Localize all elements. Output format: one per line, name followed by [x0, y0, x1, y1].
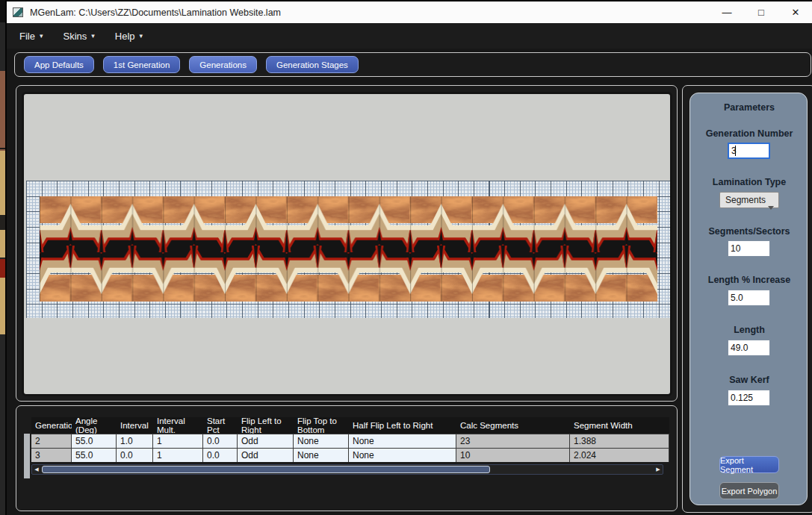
table-row[interactable]: 3 55.0 0.0 1 0.0 Odd None None 10 2.024	[31, 448, 669, 462]
lamination-type-value: Segments	[725, 195, 766, 205]
length-input[interactable]	[728, 340, 770, 356]
chevron-down-icon: ▾	[40, 32, 43, 40]
chevron-down-icon: ▾	[91, 32, 95, 40]
text-caret	[735, 146, 736, 156]
window-title: MGenLam: C:\Users\ZZ\Documents\Laminatio…	[30, 7, 281, 18]
cell-half-flip-lr[interactable]: None	[349, 448, 456, 462]
menu-help[interactable]: Help ▾	[115, 31, 143, 42]
col-generation[interactable]: Generation	[31, 417, 72, 434]
scroll-left-icon[interactable]: ◀	[32, 466, 41, 472]
cell-generation[interactable]: 2	[31, 434, 72, 448]
cell-segment-width[interactable]: 2.024	[570, 448, 669, 462]
close-icon[interactable]: ✕	[784, 3, 808, 22]
col-calc-segments[interactable]: Calc Segments	[456, 417, 570, 434]
lamination-type-select[interactable]: Segments	[719, 192, 779, 208]
saw-kerf-input[interactable]	[728, 390, 770, 406]
bg-red-band	[0, 259, 5, 278]
cell-segment-width[interactable]: 1.388	[570, 434, 669, 448]
menu-help-label: Help	[115, 31, 135, 42]
bg-dark-mark	[0, 215, 5, 230]
minimize-icon[interactable]: —	[715, 3, 739, 22]
cell-interval-mult[interactable]: 1	[153, 448, 203, 462]
col-angle[interactable]: Angle (Deg)	[72, 417, 117, 434]
first-generation-button[interactable]: 1st Generation	[103, 56, 180, 73]
table-row[interactable]: 2 55.0 1.0 1 0.0 Odd None None 23 1.388	[31, 434, 669, 448]
segments-sectors-label: Segments/Sectors	[690, 226, 808, 237]
cell-angle[interactable]: 55.0	[72, 434, 117, 448]
col-start-pct[interactable]: Start Pct	[203, 417, 238, 434]
col-flip-lr[interactable]: Flip Left to Right	[238, 417, 294, 434]
maximize-icon[interactable]: □	[749, 3, 773, 22]
length-pct-increase-input[interactable]	[728, 290, 770, 306]
menu-bar: File ▾ Skins ▾ Help ▾	[7, 23, 812, 49]
app-window: MGenLam: C:\Users\ZZ\Documents\Laminatio…	[5, 0, 812, 515]
col-flip-tb[interactable]: Flip Top to Bottom	[294, 417, 349, 434]
generation-number-input[interactable]	[728, 143, 770, 159]
cell-start-pct[interactable]: 0.0	[203, 434, 238, 448]
parameters-panel: Parameters Generation Number Lamination …	[689, 93, 808, 505]
cell-flip-tb[interactable]: None	[294, 448, 349, 462]
menu-file-label: File	[19, 31, 35, 42]
export-segment-button[interactable]: Export Segment	[719, 456, 779, 473]
export-polygon-button[interactable]: Export Polygon	[719, 482, 779, 499]
dropdown-chevron-icon	[768, 206, 774, 210]
toolbar: App Defaults 1st Generation Generations …	[14, 52, 811, 77]
generations-table: Generation Angle (Deg) Interval Interval…	[24, 417, 669, 462]
lamination-preview-canvas[interactable]	[22, 92, 672, 396]
cell-generation[interactable]: 3	[31, 448, 72, 462]
length-label: Length	[690, 325, 808, 335]
cell-start-pct[interactable]: 0.0	[203, 448, 238, 462]
generation-number-label: Generation Number	[690, 128, 808, 139]
col-half-flip-lr[interactable]: Half Flip Left to Right	[349, 417, 456, 434]
background-window-sliver	[0, 22, 5, 515]
col-interval[interactable]: Interval	[117, 417, 153, 434]
generation-stages-button[interactable]: Generation Stages	[266, 56, 359, 73]
segments-sectors-input[interactable]	[728, 240, 770, 257]
generations-table-panel: Generation Angle (Deg) Interval Interval…	[16, 405, 678, 511]
horizontal-scrollbar[interactable]: ◀ ▶	[31, 464, 663, 475]
table-header-row: Generation Angle (Deg) Interval Interval…	[31, 417, 669, 434]
cell-angle[interactable]: 55.0	[72, 448, 117, 462]
scroll-right-icon[interactable]: ▶	[654, 466, 663, 472]
panel-title: Parameters	[690, 102, 808, 113]
cell-flip-lr[interactable]: Odd	[238, 448, 294, 462]
cell-flip-tb[interactable]: None	[294, 434, 349, 448]
bg-tan-band	[0, 278, 5, 334]
generations-button[interactable]: Generations	[189, 56, 257, 73]
scrollbar-thumb[interactable]	[42, 466, 490, 473]
app-defaults-button[interactable]: App Defaults	[24, 56, 94, 73]
length-pct-increase-label: Length % Increase	[690, 275, 808, 285]
menu-file[interactable]: File ▾	[19, 31, 43, 42]
bg-wood-band	[0, 71, 5, 148]
title-bar: MGenLam: C:\Users\ZZ\Documents\Laminatio…	[7, 1, 812, 23]
cell-interval-mult[interactable]: 1	[153, 434, 203, 448]
cell-calc-segments[interactable]: 23	[456, 434, 570, 448]
cell-interval[interactable]: 1.0	[117, 434, 153, 448]
chevron-down-icon: ▾	[140, 32, 143, 40]
menu-skins[interactable]: Skins ▾	[63, 31, 94, 42]
cell-calc-segments[interactable]: 10	[456, 448, 570, 462]
cell-interval[interactable]: 0.0	[117, 448, 153, 462]
menu-skins-label: Skins	[63, 31, 87, 42]
col-interval-mult[interactable]: Interval Mult.	[153, 417, 203, 434]
cell-half-flip-lr[interactable]: None	[349, 434, 456, 448]
bg-tan-band	[0, 151, 5, 258]
saw-kerf-label: Saw Kerf	[690, 375, 808, 385]
lamination-type-label: Lamination Type	[690, 177, 808, 187]
table-row-header-strip[interactable]	[24, 434, 30, 478]
lamination-pattern-strip	[40, 196, 657, 302]
cell-flip-lr[interactable]: Odd	[238, 434, 294, 448]
app-icon	[13, 7, 23, 17]
col-segment-width[interactable]: Segment Width	[570, 417, 669, 434]
